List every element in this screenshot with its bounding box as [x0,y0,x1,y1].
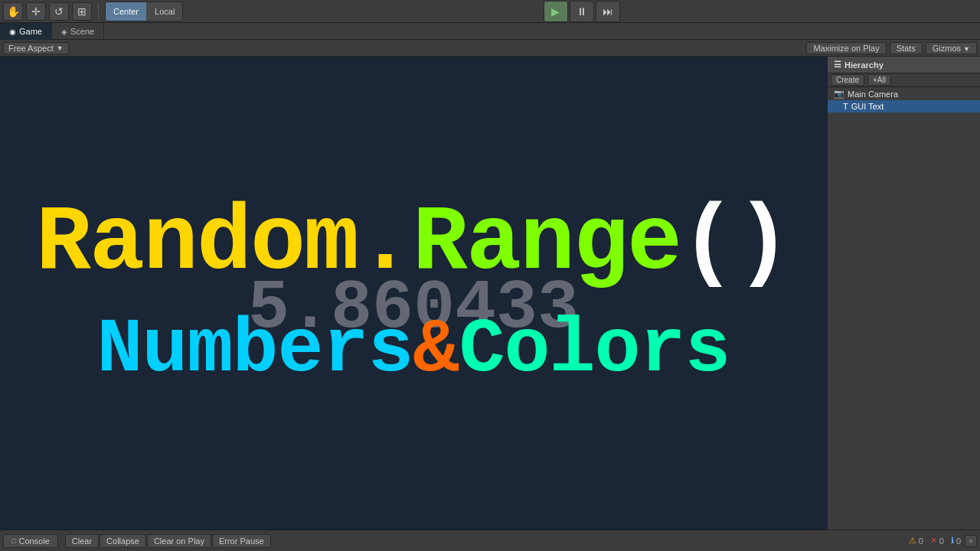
random-range-line: Random . Range () [36,197,791,289]
error-icon: ✕ [930,536,937,546]
stats-button[interactable]: Stats [890,42,923,54]
console-warn-counter: ⚠ 0 [906,536,926,546]
game-toolbar: Free Aspect ▼ Maximize on Play Stats Giz… [0,40,980,57]
console-info-counter: ℹ 0 [948,536,964,546]
scene-tab-label: Scene [70,27,94,36]
center-button[interactable]: Center [106,2,146,21]
ampersand-text: & [413,312,459,389]
rotate-tool-button[interactable]: ↺ [49,2,69,21]
hierarchy-icon: ☰ [834,60,841,70]
scene-tab-icon: ◈ [61,28,67,36]
console-tab[interactable]: □ Console [3,534,58,548]
scale-tool-button[interactable]: ⊞ [72,2,92,21]
chevron-down-icon: ▼ [57,44,64,52]
scale-icon: ⊞ [77,5,87,18]
console-tab-label: Console [18,536,49,546]
step-icon: ⏭ [603,5,613,18]
random-text: Random [36,197,358,289]
play-button[interactable]: ▶ [544,1,568,22]
console-error-counter: ✕ 0 [927,536,947,546]
console-panel-icon: □ [11,537,15,545]
aspect-dropdown[interactable]: Free Aspect ▼ [3,42,69,54]
game-viewport: 5.860433 Random . Range () Numbers & Col… [0,57,827,530]
brackets-text: () [681,197,791,289]
local-button[interactable]: Local [147,2,182,21]
warn-icon: ⚠ [909,536,916,546]
tab-scene[interactable]: ◈ Scene [52,23,104,40]
numbers-text: Numbers [96,312,413,389]
hierarchy-create-button[interactable]: Create [831,74,864,86]
step-button[interactable]: ⏭ [596,1,620,22]
info-count: 0 [956,536,961,546]
play-controls: ▶ ⏸ ⏭ [544,1,620,22]
gui-text-icon: T [843,102,848,111]
hierarchy-header: ☰ Hierarchy [828,57,980,73]
numbers-colors-line: Numbers & Colors [96,312,730,389]
tabs-row: ◉ Game ◈ Scene [0,23,980,40]
toolbar-divider-1 [98,4,99,19]
play-icon: ▶ [551,5,560,18]
dot-text: . [358,197,413,289]
pause-icon: ⏸ [577,5,587,18]
console-error-pause-button[interactable]: Error Pause [212,534,271,548]
hierarchy-title: Hierarchy [844,60,884,70]
hierarchy-item-main-camera[interactable]: 📷 Main Camera [828,87,980,100]
camera-icon: 📷 [834,89,844,99]
range-text: Range [413,197,681,289]
move-icon: ✛ [31,5,41,18]
console-clear-on-play-button[interactable]: Clear on Play [147,534,211,548]
maximize-on-play-button[interactable]: Maximize on Play [806,42,886,54]
console-collapse-button[interactable]: Collapse [100,534,146,548]
error-count: 0 [939,536,944,546]
main-camera-label: Main Camera [848,90,898,99]
gui-text-label: GUI Text [851,102,884,111]
hierarchy-toolbar: Create +All [828,73,980,87]
pivot-group: Center Local [105,2,183,21]
game-tab-label: Game [19,27,42,36]
console-options-button[interactable]: ≡ [965,535,977,547]
info-icon: ℹ [951,536,954,546]
gizmos-label: Gizmos [933,44,961,53]
game-tab-icon: ◉ [9,28,16,36]
gizmos-chevron-icon: ▼ [963,45,970,53]
warn-count: 0 [919,536,923,546]
move-tool-button[interactable]: ✛ [26,2,46,21]
aspect-label: Free Aspect [8,44,54,53]
pause-button[interactable]: ⏸ [570,1,594,22]
console-bar: □ Console Clear Collapse Clear on Play E… [0,530,980,551]
tab-game[interactable]: ◉ Game [0,23,52,40]
hierarchy-all-button[interactable]: +All [867,74,891,86]
hierarchy-item-gui-text[interactable]: T GUI Text [828,100,980,112]
main-layout: 5.860433 Random . Range () Numbers & Col… [0,57,980,530]
colors-text: Colors [459,312,730,389]
hierarchy-panel: ☰ Hierarchy Create +All 📷 Main Camera T … [827,57,980,530]
game-content: 5.860433 Random . Range () Numbers & Col… [0,57,827,530]
hand-tool-button[interactable]: ✋ [3,2,23,21]
console-clear-button[interactable]: Clear [65,534,99,548]
rotate-icon: ↺ [54,5,64,18]
hand-icon: ✋ [7,5,20,18]
top-toolbar: ✋ ✛ ↺ ⊞ Center Local ▶ ⏸ ⏭ [0,0,980,23]
gizmos-button[interactable]: Gizmos ▼ [926,42,977,54]
